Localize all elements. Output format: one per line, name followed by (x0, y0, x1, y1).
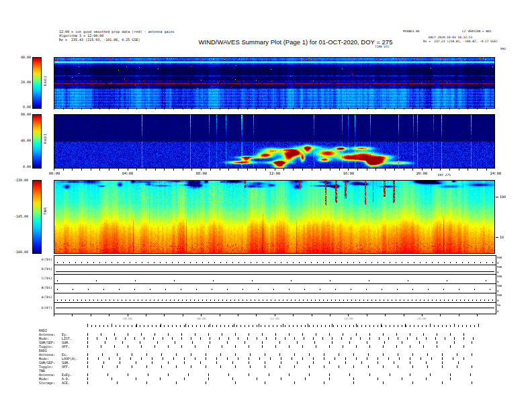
strip-b-tds-min: 0 (497, 289, 498, 293)
strip-label-a-tds: A(TDS) (28, 295, 52, 299)
doy-label: DOY 275 (438, 173, 451, 177)
status-flags-row (87, 353, 474, 356)
strip-a-tds-min: 0 (497, 299, 498, 302)
tnr-cbar-tick-mid: -145.00 (3, 214, 28, 218)
strip-e-fft-series (56, 308, 494, 308)
strip-d-tds-series (56, 271, 494, 272)
strip-b-tds (54, 283, 496, 293)
strip-charts (54, 255, 496, 314)
time-tick-1200: 12:00 (265, 171, 284, 175)
tnr-colorbar (32, 180, 42, 254)
status-flags-row (87, 345, 474, 348)
strip-c-tds (54, 274, 496, 283)
page-title: WIND/WAVES Summary Plot (Page 1) for 01-… (161, 38, 430, 46)
bottom-hour-0800: 08:00 (193, 317, 210, 320)
tnr-freq-label-10: 10 (500, 235, 504, 239)
tnr-freq-tick-10 (496, 237, 498, 238)
status-flags-row (87, 373, 474, 376)
strip-e-tds-min: 0 (497, 261, 498, 265)
rad2-axis-label: RAD2 (43, 75, 47, 86)
time-tick-0400: 04:00 (118, 171, 137, 175)
header-right-datetime: DALY 2020-10-03 18:32:13 (429, 36, 472, 39)
rad1-colorbar (32, 114, 42, 169)
status-text: Storage: (39, 381, 55, 385)
strip-e-tds-series (57, 262, 493, 263)
rad1-axis-label: RAD1 (43, 133, 47, 144)
strip-bottom-ticks (54, 314, 495, 316)
tnr-spectrogram (54, 180, 495, 254)
rad2-cbar-tick-mid: 20.00 (5, 80, 31, 84)
strip-label-d-tds: D(TDS) (28, 267, 52, 271)
strip-a-tds-series (57, 300, 493, 301)
strip-c-tds-max: 500 (497, 275, 502, 278)
time-tick-0800: 08:00 (192, 171, 211, 175)
status-flags-row (87, 361, 474, 364)
tnr-cbar-tick-top: -130.00 (3, 178, 28, 182)
strip-d-tds-min: 0 (497, 271, 498, 274)
header-right-position: Re = 237.23 (214.81, -100.87, -0.17 GSE) (423, 40, 498, 43)
status-flags-row (87, 377, 474, 380)
header-left-line3: Re = 235.43 (215.93, -101.06, 0.25 GSE) (59, 38, 140, 42)
strip-label-e-tds: E(TDS) (28, 258, 52, 261)
wind-waves-summary-plot: 12:00 = ion good smoothed prop data (red… (0, 0, 532, 411)
tnr-freq-label-100: 100 (500, 195, 506, 199)
header-right-version: MV08D3.40 (403, 30, 419, 33)
status-flags-row (87, 381, 474, 384)
rad2-spectrogram (54, 57, 495, 109)
strip-d-tds (54, 265, 496, 274)
time-tick-2400: 24:00 (486, 171, 505, 175)
bottom-hour-0400: 04:00 (119, 317, 136, 320)
strip-b-tds-max: 500 (497, 284, 502, 287)
status-value: ACE. (62, 381, 70, 385)
strip-d-tds-max: 500 (497, 265, 502, 269)
rad1-cbar-tick-bottom: 0.00 (5, 165, 31, 169)
rad2-bottom-ticks (54, 107, 495, 109)
strip-e-fft-min: 0 (497, 310, 498, 313)
time-tick-2000: 20:00 (412, 171, 431, 175)
strip-label-b-tds: B(TDS) (28, 286, 52, 289)
status-value: OFF. (62, 365, 70, 369)
bottom-hour-1200: 12:00 (266, 317, 283, 320)
bottom-hour-2000: 20:00 (413, 317, 431, 320)
strip-e-tds (54, 256, 496, 265)
strip-a-tds (54, 293, 496, 302)
tnr-cbar-tick-bottom: -160.00 (3, 250, 28, 254)
strip-a-tds-max: 500 (497, 293, 502, 297)
status-ruler-minor-ticks (87, 325, 478, 327)
rad1-cbar-tick-mid: 40.00 (5, 138, 31, 142)
strip-e-fft-max: 50 (497, 304, 500, 307)
strip-c-tds-min: 0 (497, 280, 498, 283)
rad1-bottom-ticks (54, 169, 495, 171)
status-flags-row (87, 337, 474, 340)
strip-label-c-tds: C(TDS) (28, 277, 52, 280)
status-value: OFF. (62, 345, 70, 349)
time-axis-note: TIME UTC (375, 45, 390, 48)
time-tick-1600: 16:00 (339, 171, 358, 175)
strip-c-tds-series (57, 280, 493, 281)
strip-b-tds-series (57, 289, 493, 290)
status-flags-row (87, 357, 474, 360)
strip-e-fft (54, 302, 496, 314)
status-flags-row (87, 365, 474, 368)
rad2-colorbar (32, 57, 42, 109)
rad1-spectrogram (54, 114, 495, 169)
strip-e-tds-max: 500 (497, 256, 502, 259)
status-tnr-storage: Storage:ACE. (39, 381, 55, 385)
tnr-axis-label: TNR (43, 207, 47, 215)
rad2-cbar-tick-top: 40.00 (5, 55, 31, 59)
status-flags-row (87, 341, 474, 344)
header-right-lz: LZ VERSION = 801 (462, 30, 491, 33)
bottom-hour-1600: 16:00 (340, 317, 357, 320)
strip-label-e-fft: E(FFT) (28, 306, 52, 310)
rad1-cbar-tick-top: 80.00 (5, 112, 31, 116)
status-flags-row (87, 333, 474, 336)
tnr-freq-tick-100 (496, 197, 498, 197)
time-tick-0000: 00:00 (45, 171, 64, 175)
khz-unit-label: kHz (500, 47, 506, 50)
rad2-cbar-tick-bottom: 0.00 (5, 105, 31, 109)
